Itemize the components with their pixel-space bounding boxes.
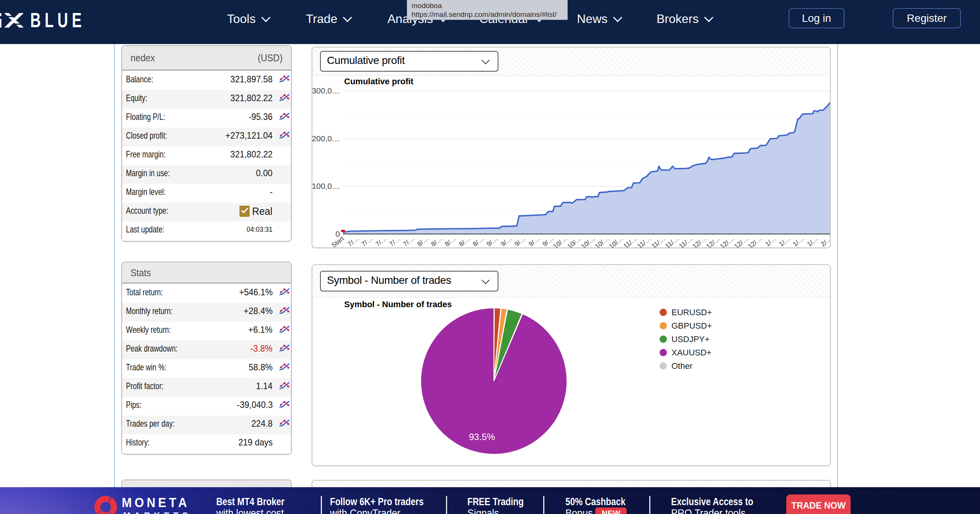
- svg-text:93.5%: 93.5%: [469, 432, 495, 442]
